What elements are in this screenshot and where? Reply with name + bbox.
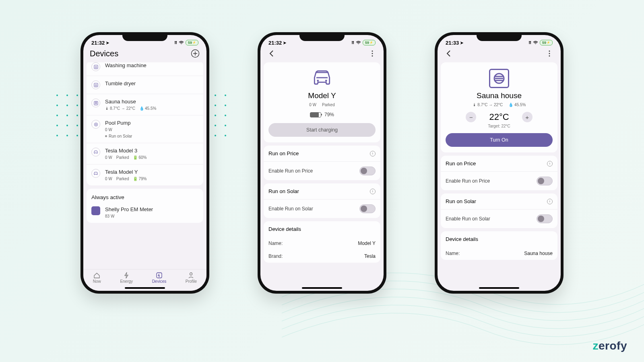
device-row-washing-machine[interactable]: Washing machine bbox=[87, 62, 203, 76]
more-button[interactable] bbox=[545, 49, 554, 58]
turn-on-button[interactable]: Turn On bbox=[446, 133, 553, 147]
tab-now[interactable]: Now bbox=[93, 272, 101, 284]
temperature-control: − 22°C + bbox=[446, 112, 553, 122]
tab-profile[interactable]: Profile bbox=[186, 272, 197, 284]
section-title: Device details bbox=[268, 226, 301, 232]
svg-point-10 bbox=[372, 51, 373, 52]
temperature-reading: 🌡 8.7°C → 22°C bbox=[105, 106, 135, 111]
device-name: Tesla Model Y bbox=[105, 169, 198, 175]
device-row-pool-pump[interactable]: Pool Pump 0 W Run on Solar bbox=[87, 115, 203, 143]
status-label: Parked bbox=[322, 103, 335, 107]
device-row-tumble-dryer[interactable]: Tumble dryer bbox=[87, 76, 203, 94]
pool-pump-icon bbox=[91, 120, 100, 129]
wifi-icon bbox=[533, 41, 538, 45]
back-button[interactable] bbox=[267, 49, 277, 58]
device-name: Sauna house bbox=[105, 99, 198, 105]
device-name: Shelly Pro EM Meter bbox=[105, 206, 198, 212]
setting-label: Enable Run on Price bbox=[446, 178, 490, 184]
device-name: Washing machine bbox=[105, 62, 198, 68]
cellular-icon: ⠿ bbox=[528, 41, 531, 45]
power-reading: 83 W bbox=[105, 214, 114, 218]
battery-percent: 79% bbox=[324, 112, 334, 117]
start-charging-button[interactable]: Start charging bbox=[268, 123, 376, 137]
device-title: Model Y bbox=[268, 91, 376, 100]
section-title: Run on Solar bbox=[268, 188, 299, 194]
car-icon bbox=[91, 148, 100, 156]
info-icon[interactable]: i bbox=[370, 151, 376, 156]
back-button[interactable] bbox=[444, 49, 454, 58]
toggle-run-on-price[interactable] bbox=[537, 177, 553, 185]
svg-point-16 bbox=[549, 53, 550, 54]
status-label: Parked bbox=[116, 177, 129, 181]
svg-rect-3 bbox=[94, 83, 98, 87]
more-vertical-icon bbox=[549, 50, 550, 57]
device-name: Pool Pump bbox=[105, 120, 198, 126]
device-row-tesla-model-y[interactable]: Tesla Model Y 0 W Parked 🔋 79% bbox=[87, 165, 203, 185]
battery-reading: 🔋 60% bbox=[133, 155, 147, 160]
svg-point-2 bbox=[95, 66, 97, 68]
svg-point-13 bbox=[317, 80, 319, 82]
home-icon bbox=[93, 272, 100, 279]
add-device-button[interactable] bbox=[190, 49, 200, 58]
svg-point-7 bbox=[95, 124, 97, 125]
device-row-sauna-house[interactable]: Sauna house 🌡 8.7°C → 22°C 💧 45.5% bbox=[87, 94, 203, 115]
devices-icon bbox=[156, 272, 163, 279]
zerofy-logo: zerofy bbox=[593, 339, 627, 352]
status-bar: 21:32➤ ⠿ 59⚡ bbox=[260, 35, 384, 47]
temperature-reading: 🌡 8.7°C → 22°C bbox=[473, 103, 503, 107]
humidity-reading: 💧 45.5% bbox=[508, 103, 526, 107]
more-vertical-icon bbox=[372, 50, 373, 57]
detail-row-name: Name:Sauna house bbox=[441, 247, 557, 260]
run-on-solar-card: Run on Solar i Enable Run on Solar bbox=[264, 183, 380, 218]
more-button[interactable] bbox=[367, 49, 377, 58]
tab-devices[interactable]: Devices bbox=[152, 272, 167, 284]
battery-reading: 🔋 79% bbox=[133, 177, 147, 181]
detail-row-brand: Brand:Tesla bbox=[264, 250, 380, 263]
decrease-temp-button[interactable]: − bbox=[466, 112, 476, 122]
battery-icon: 59⚡ bbox=[186, 40, 198, 45]
setting-label: Enable Run on Solar bbox=[268, 206, 313, 212]
target-temp-label: Target: 22°C bbox=[446, 124, 553, 128]
home-indicator[interactable] bbox=[479, 287, 519, 289]
bolt-icon bbox=[123, 272, 130, 279]
status-bar: 21:33➤ ⠿ 59⚡ bbox=[438, 35, 561, 47]
tab-energy[interactable]: Energy bbox=[120, 272, 133, 284]
hero-card: Model Y 0 W Parked 79% Start charging bbox=[264, 62, 380, 142]
plus-circle-icon bbox=[191, 49, 200, 58]
humidity-reading: 💧 45.5% bbox=[139, 106, 156, 111]
heater-icon bbox=[91, 99, 100, 107]
section-title: Device details bbox=[446, 236, 478, 242]
home-indicator[interactable] bbox=[125, 287, 165, 289]
info-icon[interactable]: i bbox=[547, 199, 553, 204]
toggle-run-on-solar[interactable] bbox=[537, 214, 553, 223]
temperature-value: 22°C bbox=[489, 112, 509, 122]
device-details-card: Device details Name:Model Y Brand:Tesla bbox=[264, 221, 380, 263]
device-name: Tumble dryer bbox=[105, 80, 198, 86]
section-title: Run on Price bbox=[268, 150, 299, 156]
detail-row-name: Name:Model Y bbox=[264, 237, 380, 250]
section-title: Run on Solar bbox=[446, 198, 476, 204]
device-detail: Model Y 0 W Parked 79% Start charging Ru… bbox=[260, 62, 384, 291]
phone-devices-list: 21:32➤ ⠿ 59⚡ Devices Washing machine bbox=[80, 32, 209, 294]
heater-icon bbox=[489, 69, 509, 88]
svg-point-17 bbox=[549, 56, 550, 57]
status-label: Parked bbox=[116, 155, 129, 160]
run-on-price-card: Run on Price i Enable Run on Price bbox=[264, 146, 380, 180]
device-row-tesla-model-3[interactable]: Tesla Model 3 0 W Parked 🔋 60% bbox=[87, 143, 203, 165]
info-icon[interactable]: i bbox=[370, 189, 376, 194]
info-icon[interactable]: i bbox=[547, 161, 553, 167]
svg-point-14 bbox=[325, 80, 327, 82]
power-reading: 0 W bbox=[309, 103, 316, 107]
status-time: 21:32 bbox=[91, 40, 105, 46]
home-indicator[interactable] bbox=[302, 287, 342, 289]
mode-label: Run on Solar bbox=[105, 134, 132, 138]
status-bar: 21:32➤ ⠿ 59⚡ bbox=[83, 35, 206, 47]
device-row-shelly-meter[interactable]: Shelly Pro EM Meter 83 W bbox=[87, 202, 203, 223]
svg-point-11 bbox=[372, 53, 373, 54]
increase-temp-button[interactable]: + bbox=[522, 112, 533, 122]
toggle-run-on-solar[interactable] bbox=[359, 204, 376, 213]
hero-card: Sauna house 🌡 8.7°C → 22°C 💧 45.5% − 22°… bbox=[441, 62, 557, 152]
wifi-icon bbox=[356, 41, 361, 45]
location-icon: ➤ bbox=[460, 41, 463, 45]
toggle-run-on-price[interactable] bbox=[359, 167, 376, 175]
